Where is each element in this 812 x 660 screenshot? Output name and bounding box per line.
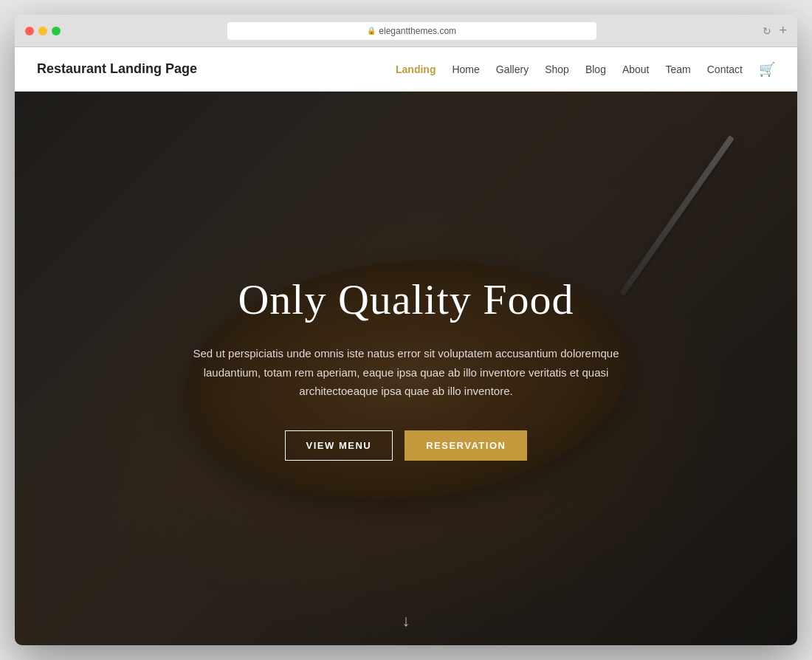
nav-link-home[interactable]: Home xyxy=(452,63,479,75)
cart-icon[interactable]: 🛒 xyxy=(759,62,775,77)
nav-item-home[interactable]: Home xyxy=(452,63,479,76)
address-bar[interactable]: 🔒 elegantthemes.com xyxy=(227,22,596,40)
hero-content: Only Quality Food Sed ut perspiciatis un… xyxy=(148,276,664,460)
minimize-dot[interactable] xyxy=(38,27,47,35)
nav-item-contact[interactable]: Contact xyxy=(707,63,743,76)
new-tab-button[interactable]: + xyxy=(779,23,787,38)
hero-subtitle: Sed ut perspiciatis unde omnis iste natu… xyxy=(170,344,642,401)
nav-link-gallery[interactable]: Gallery xyxy=(496,63,529,75)
browser-dots xyxy=(25,27,61,35)
reservation-button[interactable]: RESERVATION xyxy=(405,430,527,461)
address-bar-wrapper: 🔒 elegantthemes.com xyxy=(68,22,755,40)
hero-title: Only Quality Food xyxy=(170,276,642,323)
navigation: Restaurant Landing Page Landing Home Gal… xyxy=(15,47,797,92)
website-content: Restaurant Landing Page Landing Home Gal… xyxy=(15,47,797,645)
address-text: elegantthemes.com xyxy=(379,26,456,36)
nav-links: Landing Home Gallery Shop Blog About xyxy=(396,61,775,78)
nav-link-team[interactable]: Team xyxy=(666,63,691,75)
nav-link-contact[interactable]: Contact xyxy=(707,63,743,75)
site-brand[interactable]: Restaurant Landing Page xyxy=(37,61,197,77)
nav-item-landing[interactable]: Landing xyxy=(396,63,436,76)
nav-item-cart[interactable]: 🛒 xyxy=(759,61,775,78)
nav-item-gallery[interactable]: Gallery xyxy=(496,63,529,76)
scroll-down-arrow[interactable]: ↓ xyxy=(402,611,410,630)
nav-link-about[interactable]: About xyxy=(622,63,650,75)
hero-section: Only Quality Food Sed ut perspiciatis un… xyxy=(15,92,797,645)
nav-link-landing[interactable]: Landing xyxy=(396,63,436,75)
nav-item-blog[interactable]: Blog xyxy=(585,63,606,76)
maximize-dot[interactable] xyxy=(52,27,61,35)
browser-toolbar: 🔒 elegantthemes.com ↻ + xyxy=(15,15,797,47)
nav-item-about[interactable]: About xyxy=(622,63,650,76)
nav-link-shop[interactable]: Shop xyxy=(545,63,569,75)
nav-item-team[interactable]: Team xyxy=(666,63,691,76)
view-menu-button[interactable]: VIEW MENU xyxy=(285,430,393,461)
nav-link-blog[interactable]: Blog xyxy=(585,63,606,75)
browser-window: 🔒 elegantthemes.com ↻ + Restaurant Landi… xyxy=(15,15,797,645)
close-dot[interactable] xyxy=(25,27,34,35)
refresh-button[interactable]: ↻ xyxy=(763,25,771,37)
hero-buttons: VIEW MENU RESERVATION xyxy=(170,430,642,461)
lock-icon: 🔒 xyxy=(367,27,376,35)
nav-item-shop[interactable]: Shop xyxy=(545,63,569,76)
